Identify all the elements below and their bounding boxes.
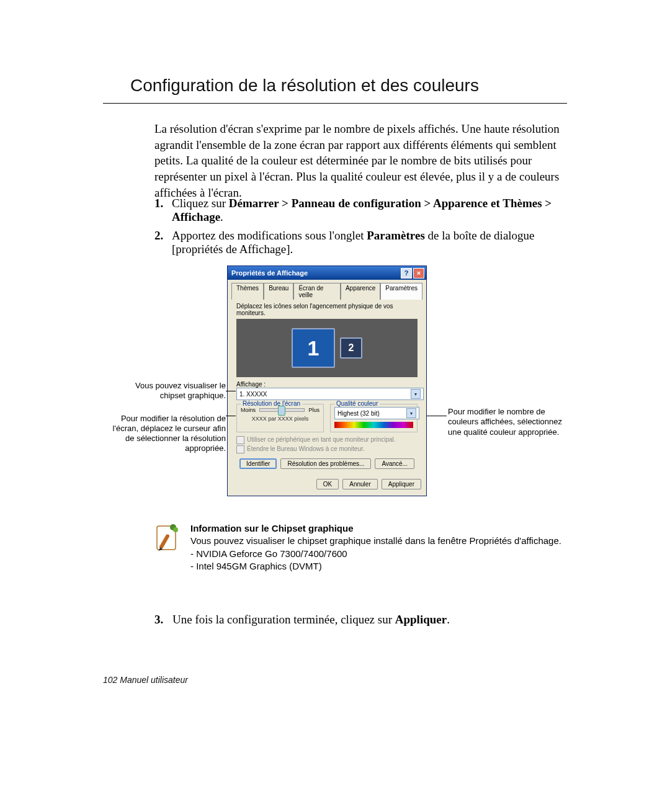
title-rule [103, 103, 567, 104]
tab-themes[interactable]: Thèmes [231, 283, 264, 300]
color-quality-legend: Qualité couleur [334, 400, 380, 407]
color-quality-fieldset: Qualité couleur Highest (32 bit) ▾ [330, 404, 418, 432]
identify-button[interactable]: Identifier [239, 458, 277, 469]
color-spectrum-bar [334, 422, 413, 428]
checkbox-label: Utiliser ce périphérique en tant que mon… [247, 436, 396, 443]
color-quality-select[interactable]: Highest (32 bit) ▾ [334, 407, 419, 419]
tab-ecran-de-veille[interactable]: Écran de veille [293, 283, 341, 300]
step-text: Cliquez sur [172, 197, 229, 210]
step-list: 1. Cliquez sur Démarrer > Panneau de con… [154, 197, 564, 261]
resolution-fieldset: Résolution de l'écran Moins Plus XXXX pa… [236, 404, 324, 432]
step-number: 2. [154, 229, 163, 243]
slider-thumb[interactable] [278, 406, 285, 416]
resolution-min-label: Moins [241, 407, 256, 413]
tab-row: Thèmes Bureau Écran de veille Apparence … [231, 282, 422, 299]
checkbox-icon [236, 436, 244, 444]
apply-button[interactable]: Appliquer [382, 479, 421, 489]
display-selected-value: 1. XXXXX [239, 391, 267, 398]
display-select[interactable]: 1. XXXXX ▾ [236, 388, 424, 400]
tab-bureau[interactable]: Bureau [264, 283, 293, 300]
step-post: . [447, 613, 450, 626]
svg-point-2 [173, 527, 178, 532]
info-line-1: - NVIDIA Geforce Go 7300/7400/7600 [190, 548, 561, 560]
step-3: 3. Une fois la configuration terminée, c… [154, 613, 564, 627]
page-title: Configuration de la résolution et des co… [130, 76, 479, 96]
annotation-right: Pour modifier le nombre de couleurs affi… [448, 407, 566, 437]
arrange-hint: Déplacez les icônes selon l'agencement p… [236, 303, 418, 316]
extend-desktop-checkbox[interactable]: Étendre le Bureau Windows à ce moniteur. [236, 445, 418, 453]
checkbox-group: Utiliser ce périphérique en tant que mon… [236, 436, 418, 453]
note-icon [154, 522, 179, 573]
dialog-title: Propriétés de Affichage [231, 269, 308, 277]
info-note: Information sur le Chipset graphique Vou… [154, 522, 564, 573]
display-label: Affichage : [236, 381, 418, 388]
info-heading: Information sur le Chipset graphique [190, 522, 561, 535]
monitor-arrangement[interactable]: 1 2 [236, 319, 418, 377]
dialog-titlebar[interactable]: Propriétés de Affichage ? × [228, 266, 426, 280]
annotation-leader-line [226, 416, 236, 416]
resolution-legend: Résolution de l'écran [241, 400, 302, 407]
primary-monitor-checkbox[interactable]: Utiliser ce périphérique en tant que mon… [236, 436, 418, 444]
tab-parametres-panel: Déplacez les icônes selon l'agencement p… [231, 299, 422, 474]
annotation-left: Vous pouvez visualiser le chipset graphi… [108, 381, 226, 454]
resolution-value: XXXX par XXXX pixels [241, 416, 319, 422]
tab-apparence[interactable]: Apparence [341, 283, 380, 300]
page-footer: 102 Manuel utilisateur [103, 675, 188, 685]
chevron-down-icon[interactable]: ▾ [411, 389, 421, 399]
step-1: 1. Cliquez sur Démarrer > Panneau de con… [154, 197, 564, 224]
monitor-1-icon[interactable]: 1 [292, 328, 335, 368]
step-2: 2. Apportez des modifications sous l'ong… [154, 229, 564, 256]
step-number: 3. [154, 613, 163, 626]
troubleshoot-button[interactable]: Résolution des problèmes... [280, 458, 371, 469]
help-button[interactable]: ? [401, 268, 412, 279]
annotation-leader-line [427, 416, 447, 416]
checkbox-label: Étendre le Bureau Windows à ce moniteur. [247, 445, 365, 452]
cancel-button[interactable]: Annuler [342, 479, 377, 489]
info-body-text: Vous pouvez visualiser le chipset graphi… [190, 535, 561, 547]
resolution-slider[interactable] [259, 408, 305, 412]
chevron-down-icon[interactable]: ▾ [406, 408, 416, 418]
advanced-button[interactable]: Avancé... [375, 458, 414, 469]
annotation-leader-line [226, 391, 236, 391]
step-number: 1. [154, 197, 163, 210]
step-text: Une fois la configuration terminée, cliq… [172, 613, 395, 626]
info-line-2: - Intel 945GM Graphics (DVMT) [190, 560, 561, 573]
color-quality-value: Highest (32 bit) [337, 410, 380, 417]
checkbox-icon [236, 445, 244, 453]
close-button[interactable]: × [413, 268, 424, 279]
ok-button[interactable]: OK [316, 479, 339, 489]
step-bold: Paramètres [367, 229, 425, 242]
annotation-chipset: Vous pouvez visualiser le chipset graphi… [108, 381, 226, 401]
display-properties-dialog: Propriétés de Affichage ? × Thèmes Burea… [227, 265, 427, 496]
intro-paragraph: La résolution d'écran s'exprime par le n… [154, 121, 564, 200]
monitor-2-icon[interactable]: 2 [340, 337, 362, 359]
tab-parametres[interactable]: Paramètres [380, 283, 422, 300]
annotation-resolution: Pour modifier la résolution de l'écran, … [108, 414, 226, 454]
step-post: . [220, 210, 223, 223]
step-text: Apportez des modifications sous l'onglet [172, 229, 367, 242]
resolution-max-label: Plus [308, 407, 319, 413]
annotation-color-quality: Pour modifier le nombre de couleurs affi… [448, 407, 566, 437]
step-bold: Appliquer [395, 613, 447, 626]
step-bold: Démarrer > Panneau de configuration > Ap… [172, 197, 552, 223]
